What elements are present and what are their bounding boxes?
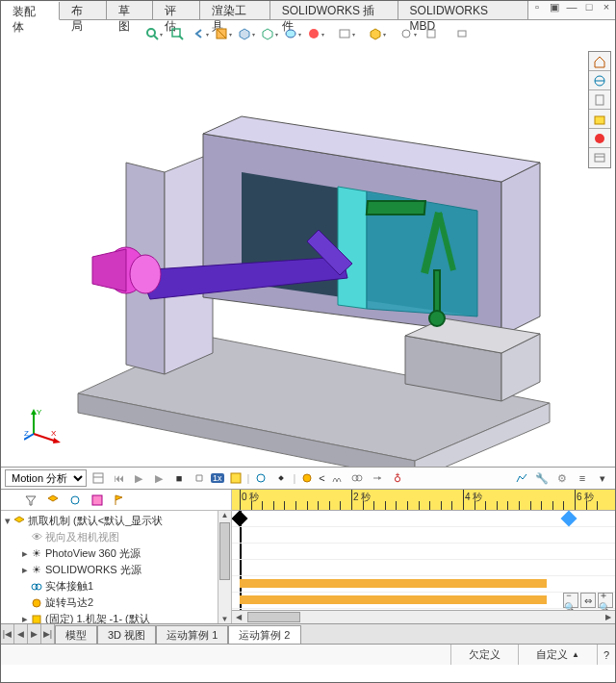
calculate-icon[interactable] [90, 469, 107, 487]
tab-next-icon[interactable]: ▶ [28, 624, 41, 644]
tree-item[interactable]: SOLIDWORKS 光源 [45, 562, 141, 578]
zoom-fit-icon[interactable]: ⇔ [580, 593, 596, 608]
motion-type-select[interactable]: Motion 分析 [5, 469, 87, 487]
tab-last-icon[interactable]: ▶| [41, 624, 55, 644]
tab-motion-1[interactable]: 运动算例 1 [156, 625, 228, 644]
timeline-ruler[interactable]: 0 秒2 秒4 秒6 秒 [232, 490, 615, 511]
viewport[interactable]: Y X Z [1, 47, 615, 467]
zoom-fit-icon[interactable] [144, 24, 164, 43]
view-key-icon[interactable] [65, 492, 85, 509]
minimize-icon[interactable]: — [563, 1, 580, 19]
scene-icon[interactable] [337, 24, 356, 43]
tree-toolbar [1, 490, 231, 511]
view-settings-icon[interactable] [452, 24, 472, 43]
tab-model[interactable]: 模型 [55, 625, 97, 644]
spring-icon[interactable] [328, 469, 346, 487]
display-style-icon[interactable] [260, 24, 279, 43]
addkey-icon[interactable] [272, 469, 290, 487]
zoom-area-icon[interactable] [167, 24, 187, 43]
timeline-zoom-controls: －🔍 ⇔ ＋🔍 [563, 593, 613, 608]
play-icon[interactable]: ▶ [130, 469, 147, 487]
window-controls: ▫ ▣ — □ × [528, 1, 615, 19]
status-custom[interactable]: 自定义 ▲ [518, 645, 597, 665]
sun-icon: ☀ [30, 547, 43, 561]
properties-icon[interactable] [589, 148, 610, 167]
svg-line-3 [179, 36, 183, 39]
ribbon-tab-mbd[interactable]: SOLIDWORKS MBD [398, 1, 528, 19]
gravity-icon[interactable]: ♁ [389, 469, 406, 487]
save-animation-icon[interactable] [227, 469, 244, 487]
ribbon-tab-evaluate[interactable]: 评估 [153, 1, 200, 19]
origin-triad: Y X Z [24, 405, 63, 443]
step-fwd-icon[interactable]: ▶ [150, 469, 167, 487]
design-library-icon[interactable] [589, 90, 610, 110]
ribbon-tabs: 装配体 布局 草图 评估 渲染工具 SOLIDWORKS 插件 SOLIDWOR… [1, 1, 615, 20]
appearance-icon[interactable] [306, 24, 325, 43]
ribbon-tab-layout[interactable]: 布局 [60, 1, 107, 19]
ribbon-tab-sketch[interactable]: 草图 [107, 1, 154, 19]
home-icon[interactable] [589, 52, 610, 71]
tree-scrollbar[interactable] [218, 511, 231, 623]
results-icon[interactable] [513, 469, 530, 487]
svg-text:Y: Y [37, 408, 42, 417]
tab-first-icon[interactable]: |◀ [1, 624, 14, 644]
view-orientation-icon[interactable] [237, 24, 256, 43]
task-pane-tabs [588, 51, 611, 168]
resources-icon[interactable] [589, 71, 610, 90]
step-back-icon[interactable]: ⏮ [110, 469, 127, 487]
ribbon-tab-plugins[interactable]: SOLIDWORKS 插件 [270, 1, 398, 19]
zoom-out-icon[interactable]: －🔍 [563, 593, 578, 608]
contact-icon[interactable] [348, 469, 366, 487]
tree-item[interactable]: (固定) 1.机架 -1- (默认 [45, 611, 150, 623]
ribbon-tab-render[interactable]: 渲染工具 [200, 1, 270, 19]
edit-appearance-icon[interactable] [398, 24, 418, 43]
playback-speed[interactable]: 1x [211, 473, 224, 483]
svg-marker-23 [53, 438, 61, 443]
force-icon[interactable] [369, 469, 386, 487]
svg-point-48 [33, 599, 40, 607]
settings-icon[interactable]: ⚙ [553, 469, 571, 487]
appearances-icon[interactable] [589, 129, 610, 148]
file-explorer-icon[interactable] [589, 110, 610, 129]
tree-item[interactable]: 实体接触1 [45, 578, 93, 594]
flag-icon[interactable] [110, 492, 129, 509]
svg-rect-8 [340, 30, 349, 38]
feature-tree[interactable]: ▾抓取机制 (默认<默认_显示状 👁视向及相机视图 ▸☀PhotoView 36… [1, 511, 231, 623]
zoom-in-icon[interactable]: ＋🔍 [598, 593, 613, 608]
tree-item[interactable]: 视向及相机视图 [45, 529, 119, 545]
wrench-icon[interactable]: 🔧 [533, 469, 551, 487]
disable-play-icon[interactable] [88, 492, 107, 509]
section-view-icon[interactable] [214, 24, 233, 43]
orientation-key-icon[interactable] [43, 492, 63, 509]
close-panel-icon[interactable]: ▾ [594, 469, 611, 487]
render-cube-icon[interactable] [368, 24, 387, 43]
tree-root[interactable]: 抓取机制 (默认<默认_显示状 [28, 513, 163, 529]
loop-icon[interactable] [191, 469, 208, 487]
hide-show-icon[interactable] [283, 24, 302, 43]
collapse-icon[interactable]: ≡ [574, 469, 591, 487]
motor-icon[interactable] [298, 469, 316, 487]
bottom-tabs: |◀ ◀ ▶ ▶| 模型 3D 视图 运动算例 1 运动算例 2 [1, 624, 615, 644]
timeline-tracks[interactable] [232, 511, 615, 623]
restore-down-icon[interactable]: ▫ [528, 1, 546, 19]
ribbon-tab-assembly[interactable]: 装配体 [1, 2, 60, 20]
timeline-hscroll[interactable]: ◀ ▶ [232, 610, 615, 623]
filter-icon[interactable] [21, 492, 40, 509]
motor-icon [30, 596, 43, 610]
close-icon[interactable]: × [598, 1, 615, 19]
apply-scene-icon[interactable] [422, 24, 441, 43]
expand-icon[interactable]: ▣ [546, 1, 563, 19]
tree-item[interactable]: 旋转马达2 [45, 594, 93, 611]
feature-tree-pane: ▾抓取机制 (默认<默认_显示状 👁视向及相机视图 ▸☀PhotoView 36… [1, 490, 232, 623]
tab-motion-2[interactable]: 运动算例 2 [228, 625, 300, 644]
autokey-icon[interactable] [252, 469, 270, 487]
tab-prev-icon[interactable]: ◀ [14, 624, 28, 644]
svg-point-6 [286, 30, 295, 38]
sun-icon: ☀ [30, 564, 43, 577]
tree-item[interactable]: PhotoView 360 光源 [45, 545, 141, 562]
maximize-icon[interactable]: □ [580, 1, 598, 19]
stop-icon[interactable]: ■ [170, 469, 188, 487]
tab-3dview[interactable]: 3D 视图 [97, 625, 156, 644]
status-help-icon[interactable]: ? [597, 645, 615, 665]
previous-view-icon[interactable] [191, 24, 210, 43]
